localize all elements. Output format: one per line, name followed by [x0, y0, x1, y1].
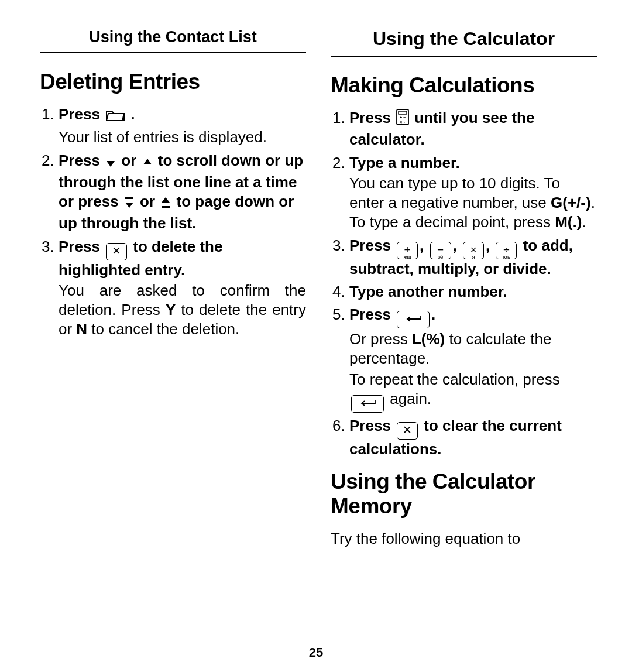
page-up-icon — [160, 194, 171, 214]
section-calc-memory: Using the Calculator Memory — [331, 469, 597, 519]
svg-text:+ −: + − — [400, 115, 406, 119]
c5-body1: Or press L(%) to calculate the percentag… — [349, 330, 597, 369]
key-enter — [397, 311, 430, 328]
steps-calculations: Press + −× ÷ until you see the calculato… — [331, 108, 597, 459]
svg-text:× ÷: × ÷ — [400, 120, 406, 124]
calculator-icon: + −× ÷ — [396, 109, 409, 130]
svg-rect-1 — [162, 206, 170, 208]
steps-deleting: Press . Your list of entries is displaye… — [40, 105, 306, 340]
step2-b: or — [117, 152, 140, 169]
running-head-right: Using the Calculator — [331, 28, 597, 57]
calc-step-3: Press +жщ, −эё, ×я, ÷юъ to add, subtract… — [349, 236, 597, 279]
step3-body: You are asked to confirm the deletion. P… — [59, 281, 306, 340]
key-x-2: ✕ — [397, 422, 418, 440]
step1-tail: . — [130, 105, 135, 123]
step1-body: Your list of entries is displayed. — [59, 128, 306, 147]
page-number: 25 — [0, 645, 632, 660]
section-deleting-entries: Deleting Entries — [40, 70, 306, 94]
step3-lead: Press — [59, 238, 104, 255]
svg-rect-3 — [399, 111, 407, 114]
key-plus: +жщ — [397, 242, 418, 259]
calc-step-6: Press ✕ to clear the current calculation… — [349, 416, 597, 459]
page-down-icon — [124, 194, 135, 214]
c3-lead: Press — [349, 236, 395, 254]
c5-tail: . — [431, 306, 435, 323]
c2-body: You can type up to 10 digits. To enter a… — [349, 174, 597, 232]
step-1: Press . Your list of entries is displaye… — [59, 105, 306, 148]
step-2: Press or to scroll down or up through th… — [59, 151, 306, 234]
c2: Type a number. — [349, 154, 460, 172]
c1-lead: Press — [349, 109, 395, 126]
calc-step-5: Press . Or press L(%) to calculate the p… — [349, 305, 597, 413]
calc-memory-body: Try the following equation to — [331, 529, 597, 548]
key-times: ×я — [463, 242, 484, 259]
left-column: Using the Contact List Deleting Entries … — [40, 28, 306, 548]
c6-lead: Press — [349, 417, 395, 434]
c5-lead: Press — [349, 306, 395, 323]
calc-step-2: Type a number. You can type up to 10 dig… — [349, 153, 597, 232]
running-head-left: Using the Contact List — [40, 28, 306, 53]
step2-d: or — [136, 193, 159, 210]
section-making-calculations: Making Calculations — [331, 73, 597, 98]
step-3: Press ✕ to delete the highlighted entry.… — [59, 237, 306, 340]
up-arrow-icon — [142, 153, 153, 173]
down-arrow-icon — [105, 153, 116, 173]
folder-icon — [105, 107, 125, 126]
key-x: ✕ — [106, 243, 127, 260]
c4: Type another number. — [349, 283, 507, 300]
step1-lead: Press — [59, 105, 100, 123]
step2-a: Press — [59, 152, 104, 169]
key-enter-2 — [351, 395, 384, 413]
svg-rect-0 — [125, 197, 133, 199]
key-minus: −эё — [430, 242, 451, 259]
calc-step-1: Press + −× ÷ until you see the calculato… — [349, 108, 597, 150]
right-column: Using the Calculator Making Calculations… — [331, 28, 597, 548]
key-divide: ÷юъ — [496, 242, 517, 259]
c5-body2: To repeat the calculation, press again. — [349, 370, 597, 413]
calc-step-4: Type another number. — [349, 282, 597, 301]
